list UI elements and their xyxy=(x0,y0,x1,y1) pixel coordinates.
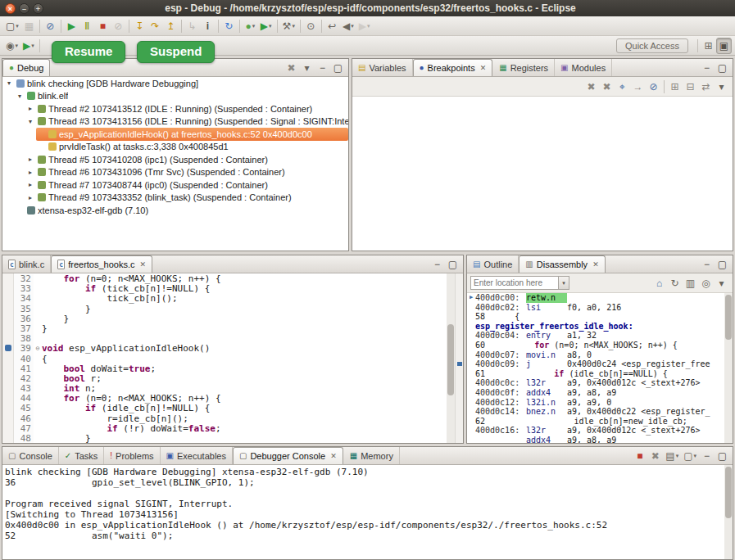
close-tab-icon[interactable]: ✕ xyxy=(592,260,599,269)
open-perspective-button[interactable]: ⊞ xyxy=(701,38,716,54)
skip-all-breakpoints-button[interactable]: ⊘ xyxy=(43,18,58,34)
tree-row[interactable]: esp_vApplicationIdleHook() at freertos_h… xyxy=(2,128,348,141)
editor-minimize-icon[interactable]: − xyxy=(429,256,445,273)
disasm-track-expression-toggle[interactable]: ◎ xyxy=(698,275,714,291)
restart-button[interactable]: ↻ xyxy=(221,18,237,34)
step-return-button[interactable]: ↥ xyxy=(163,18,179,34)
debug-maximize-icon[interactable]: ▢ xyxy=(330,60,346,76)
last-edit-location-button[interactable]: ↩ xyxy=(324,18,340,34)
breakpoints-minimize-icon[interactable]: − xyxy=(699,60,715,76)
tab-tasks[interactable]: ✓Tasks xyxy=(59,447,105,464)
tree-row[interactable]: ▾blink checking [GDB Hardware Debugging] xyxy=(2,77,348,90)
tree-row[interactable]: ▸Thread #9 1073433352 (blink_task) (Susp… xyxy=(2,192,348,205)
build-dropdown[interactable]: ⚒▾ xyxy=(280,18,297,34)
remove-all-terminated-button[interactable]: ✖ xyxy=(284,60,299,76)
show-breakpoints-for-selected-button[interactable]: ⌖ xyxy=(615,79,630,95)
overview-ruler[interactable] xyxy=(455,273,463,443)
collapse-all-button[interactable]: ⊟ xyxy=(683,79,698,95)
tab-modules[interactable]: ▣Modules xyxy=(555,59,612,76)
suspend-button[interactable]: ‖ xyxy=(79,18,95,34)
disasm-show-source-toggle[interactable]: ▥ xyxy=(683,275,698,291)
window-minimize-button[interactable]: – xyxy=(19,3,29,14)
link-with-debug-view-toggle[interactable]: ⇄ xyxy=(698,79,714,95)
console-content[interactable]: blink checking [GDB Hardware Debugging] … xyxy=(2,465,733,559)
tree-row[interactable]: ▾blink.elf xyxy=(2,90,348,103)
disasm-view-menu-icon[interactable]: ▾ xyxy=(714,275,729,291)
tab-memory[interactable]: ▦Memory xyxy=(344,447,400,464)
expand-toggle-icon[interactable]: ▸ xyxy=(25,169,35,176)
tab-debugger-console[interactable]: ▢Debugger Console✕ xyxy=(233,447,343,464)
expand-toggle-icon[interactable]: ▾ xyxy=(15,93,25,100)
debug-view-menu-icon[interactable]: ▾ xyxy=(299,60,315,76)
window-close-button[interactable]: × xyxy=(5,3,16,14)
step-over-button[interactable]: ↷ xyxy=(147,18,163,34)
debug-perspective-button[interactable]: ▣ xyxy=(716,38,732,54)
disasm-sync-pc-button[interactable]: ⌂ xyxy=(651,275,667,291)
run-dropdown[interactable]: ▶▾ xyxy=(258,18,274,34)
tab-variables[interactable]: ▤Variables xyxy=(352,59,413,76)
tab-console[interactable]: ▢Console xyxy=(2,447,59,464)
skip-all-breakpoints-toggle[interactable]: ⊘ xyxy=(646,79,661,95)
location-input[interactable] xyxy=(470,276,559,290)
expand-toggle-icon[interactable]: ▸ xyxy=(25,181,35,188)
profile-dropdown[interactable]: ◉▾ xyxy=(3,38,20,54)
tab-debug[interactable]: ●Debug xyxy=(2,59,50,76)
console-remove-launch-button[interactable]: ✖ xyxy=(647,448,663,464)
disassembly-content[interactable]: ▶400d0c00:retw.n400d0c02:lsif0, a0, 2165… xyxy=(467,293,733,443)
remove-selected-breakpoints-button[interactable]: ✖ xyxy=(583,79,599,95)
resume-button[interactable]: ▶ xyxy=(64,18,79,34)
fold-marker-icon[interactable]: ⊖ xyxy=(34,344,42,354)
tab-outline[interactable]: ▤Outline xyxy=(467,255,519,273)
expand-all-button[interactable]: ⊞ xyxy=(667,79,683,95)
close-tab-icon[interactable]: ✕ xyxy=(140,260,147,269)
tab-registers[interactable]: ▦Registers xyxy=(493,59,555,76)
quick-access-button[interactable]: Quick Access xyxy=(616,38,688,53)
tree-row[interactable]: ▸Thread #7 1073408744 (ipc0) (Suspended … xyxy=(2,178,348,192)
tree-row[interactable]: prvIdleTask() at tasks.c:3,338 0x400845d… xyxy=(2,141,348,154)
console-minimize-icon[interactable]: − xyxy=(699,448,715,464)
window-maximize-button[interactable]: + xyxy=(33,3,43,14)
tree-row[interactable]: ▸Thread #5 1073410208 (ipc1) (Suspended … xyxy=(2,153,348,166)
tab-disassembly[interactable]: ▥Disassembly✕ xyxy=(519,255,605,273)
breakpoints-content[interactable] xyxy=(352,97,733,251)
new-wizard-dropdown[interactable]: ▢▾ xyxy=(3,18,21,34)
debug-dropdown[interactable]: ●▾ xyxy=(243,18,258,34)
console-open-dropdown[interactable]: ▢▾ xyxy=(681,448,699,464)
close-tab-icon[interactable]: ✕ xyxy=(480,64,487,72)
tree-row[interactable]: ▾Thread #3 1073413156 (IDLE : Running) (… xyxy=(2,115,348,129)
step-into-button[interactable]: ↧ xyxy=(132,18,147,34)
expand-toggle-icon[interactable]: ▸ xyxy=(25,156,35,163)
location-dropdown-icon[interactable]: ▾ xyxy=(559,276,569,290)
tab-blink-c[interactable]: cblink.c xyxy=(2,255,51,273)
console-maximize-icon[interactable]: ▢ xyxy=(715,448,730,464)
go-to-file-for-breakpoint-button[interactable]: → xyxy=(630,79,646,95)
expand-toggle-icon[interactable]: ▾ xyxy=(25,118,35,125)
disasm-maximize-icon[interactable]: ▢ xyxy=(715,256,730,273)
breakpoints-maximize-icon[interactable]: ▢ xyxy=(715,60,730,76)
console-scrollbar[interactable] xyxy=(724,465,733,559)
terminate-button[interactable]: ■ xyxy=(95,18,111,34)
close-tab-icon[interactable]: ✕ xyxy=(330,452,337,460)
instruction-stepping-button[interactable]: i xyxy=(200,18,216,34)
tab-executables[interactable]: ▣Executables xyxy=(161,447,233,464)
expand-toggle-icon[interactable]: ▸ xyxy=(25,105,35,112)
expand-toggle-icon[interactable]: ▸ xyxy=(25,194,35,201)
breakpoints-view-menu-icon[interactable]: ▾ xyxy=(714,79,729,95)
external-tools-dropdown[interactable]: ▶▾ xyxy=(20,38,37,54)
tab-problems[interactable]: !Problems xyxy=(104,447,160,464)
tree-row[interactable]: xtensa-esp32-elf-gdb (7.10) xyxy=(2,204,348,217)
console-display-selected-dropdown[interactable]: ▤▾ xyxy=(663,448,681,464)
disasm-minimize-icon[interactable]: − xyxy=(699,256,715,273)
tree-row[interactable]: ▸Thread #2 1073413512 (IDLE : Running) (… xyxy=(2,102,348,115)
tab-freertos-hooks-c[interactable]: cfreertos_hooks.c✕ xyxy=(51,255,152,273)
remove-all-breakpoints-button[interactable]: ✖ xyxy=(599,79,615,95)
tree-row[interactable]: ▸Thread #6 1073431096 (Tmr Svc) (Suspend… xyxy=(2,166,348,179)
disasm-refresh-button[interactable]: ↻ xyxy=(667,275,683,291)
debug-minimize-icon[interactable]: − xyxy=(315,60,330,76)
tab-breakpoints[interactable]: ●Breakpoints✕ xyxy=(413,59,493,76)
console-terminate-button[interactable]: ■ xyxy=(632,448,647,464)
expand-toggle-icon[interactable]: ▾ xyxy=(4,79,14,87)
disassembly-scrollbar[interactable] xyxy=(724,293,733,443)
back-dropdown[interactable]: ◀▾ xyxy=(340,18,356,34)
editor-scrollbar[interactable] xyxy=(447,273,455,443)
